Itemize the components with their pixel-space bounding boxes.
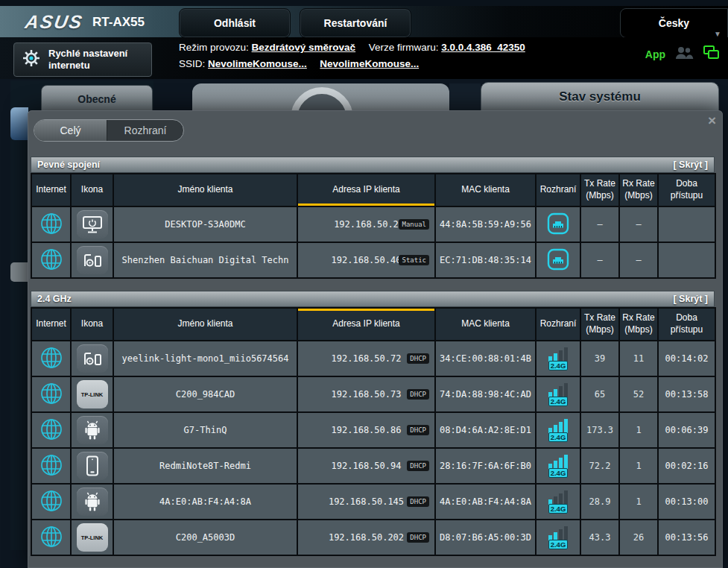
- client-ip-cell: 192.168.50.94DHCP: [297, 448, 435, 484]
- quick-setup-button[interactable]: Rychlé nastavení internetu: [13, 42, 152, 77]
- section-title: 2.4 GHz: [37, 294, 72, 304]
- mode-link[interactable]: Bezdrátový směrovač: [252, 42, 356, 53]
- client-table-section: Pevné spojení [ Skrýt ] InternetIkonaJmé…: [31, 157, 715, 279]
- wifi-signal-icon: 2.4G: [548, 454, 569, 478]
- client-mac-cell: 74:DA:88:98:4C:AD: [435, 376, 536, 412]
- column-header[interactable]: Jméno klienta: [113, 308, 297, 341]
- icon-cell: [71, 206, 113, 242]
- column-header[interactable]: Tx Rate (Mbps): [580, 308, 619, 341]
- client-table-section: 2.4 GHz [ Skrýt ] InternetIkonaJméno kli…: [31, 291, 715, 556]
- column-header[interactable]: Adresa IP klienta: [297, 174, 435, 206]
- client-name-cell: yeelink-light-mono1_miio5674564: [113, 341, 297, 376]
- tx-rate-cell: –: [580, 206, 619, 242]
- app-link[interactable]: App: [645, 48, 665, 60]
- column-header[interactable]: Doba přístupu: [658, 308, 715, 341]
- android-icon[interactable]: [77, 416, 108, 444]
- system-status-header: Stav systému: [481, 82, 719, 113]
- uptime-cell: 00:13:00: [658, 484, 715, 520]
- band-badge: 2.4G: [548, 397, 569, 406]
- tab-interface[interactable]: Rozhraní: [107, 120, 183, 141]
- rx-rate-cell: 1: [619, 412, 658, 448]
- client-ip: 192.168.50.86: [332, 425, 402, 435]
- rx-rate-cell: 1: [619, 484, 658, 520]
- tplink-logo-icon[interactable]: TP-LINK: [77, 380, 108, 408]
- client-mac-cell: EC:71:DB:48:35:14: [435, 242, 536, 278]
- firmware-link[interactable]: 3.0.0.4.386_42350: [441, 42, 525, 53]
- users-icon[interactable]: [674, 45, 694, 63]
- topbar: ASUS RT-AX55 Odhlásit Restartování Česky…: [0, 6, 728, 37]
- globe-icon: [39, 227, 63, 238]
- ip-type-badge: DHCP: [407, 496, 429, 507]
- ssid-link-2[interactable]: NevolimeKomouse...: [320, 58, 419, 69]
- column-header[interactable]: Ikona: [71, 308, 113, 341]
- section-header-bar: Pevné spojení [ Skrýt ]: [31, 157, 715, 173]
- rx-rate-cell: 1: [619, 448, 658, 484]
- quick-setup-label: Rychlé nastavení internetu: [48, 48, 145, 71]
- uptime-cell: 00:13:56: [658, 520, 715, 555]
- column-header[interactable]: Internet: [31, 174, 71, 206]
- ip-type-badge: DHCP: [407, 532, 429, 543]
- camera-icon[interactable]: [77, 246, 108, 274]
- client-ip-cell: 192.168.50.2Manual: [297, 206, 435, 242]
- ip-type-badge: Manual: [399, 219, 429, 230]
- clients-status-icon[interactable]: [703, 45, 721, 64]
- uptime-cell: 00:02:16: [658, 448, 715, 484]
- band-badge: 2.4G: [548, 504, 569, 514]
- column-header[interactable]: MAC klienta: [435, 308, 536, 341]
- router-model: RT-AX55: [92, 15, 145, 30]
- rx-rate-cell: 11: [619, 341, 658, 376]
- internet-cell: [31, 484, 71, 520]
- reboot-button[interactable]: Restartování: [300, 8, 411, 38]
- column-header[interactable]: Rx Rate (Mbps): [619, 174, 658, 206]
- client-list-modal: × Celý Rozhraní Pevné spojení [ Skrýt ] …: [28, 110, 723, 568]
- client-table: InternetIkonaJméno klientaAdresa IP klie…: [31, 173, 716, 279]
- tx-rate-cell: 72.2: [580, 448, 619, 484]
- column-header[interactable]: Doba přístupu: [658, 174, 715, 206]
- phone-icon[interactable]: [77, 452, 108, 480]
- column-header[interactable]: Rozhraní: [536, 174, 580, 206]
- client-mac-cell: 34:CE:00:88:01:4B: [435, 341, 536, 376]
- uptime-cell: 00:13:58: [658, 376, 715, 412]
- sidebar-item-network-map-edge: [10, 107, 28, 140]
- android-icon[interactable]: [77, 487, 108, 516]
- column-header[interactable]: Rozhraní: [536, 308, 580, 341]
- desktop-icon[interactable]: [77, 210, 108, 239]
- client-ip-cell: 192.168.50.73DHCP: [297, 376, 435, 412]
- column-header[interactable]: Internet: [31, 308, 71, 341]
- ip-type-badge: DHCP: [407, 425, 429, 435]
- column-header[interactable]: Ikona: [71, 174, 113, 206]
- column-header[interactable]: Tx Rate (Mbps): [580, 174, 619, 206]
- tab-all[interactable]: Celý: [34, 120, 107, 141]
- column-header[interactable]: Rx Rate (Mbps): [619, 308, 658, 341]
- ethernet-icon: [546, 227, 570, 238]
- ssid-link-1[interactable]: NevolimeKomouse...: [208, 58, 307, 69]
- client-row: TP-LINKC200_984CAD192.168.50.73DHCP74:DA…: [31, 376, 715, 412]
- band-badge: 2.4G: [548, 468, 569, 478]
- band-badge: 2.4G: [548, 432, 569, 442]
- icon-cell: [71, 242, 113, 278]
- close-icon[interactable]: ×: [708, 113, 716, 129]
- client-mac-cell: 4A:E0:AB:F4:A4:8A: [435, 484, 536, 520]
- section-hide-link[interactable]: [ Skrýt ]: [673, 294, 708, 304]
- logout-button[interactable]: Odhlásit: [179, 8, 291, 38]
- client-name-cell: Shenzhen Baichuan Digital Techn: [113, 242, 297, 278]
- camera-icon[interactable]: [77, 344, 108, 373]
- globe-icon: [39, 362, 63, 372]
- client-row: DESKTOP-S3A0DMC192.168.50.2Manual44:8A:5…: [31, 206, 715, 242]
- language-select[interactable]: Česky ▼: [620, 8, 728, 38]
- rx-rate-cell: –: [619, 242, 658, 278]
- client-name-cell: 4A:E0:AB:F4:A4:8A: [113, 484, 297, 520]
- column-header[interactable]: Jméno klienta: [113, 174, 297, 206]
- ethernet-icon: [546, 263, 570, 274]
- uptime-cell: [658, 206, 715, 242]
- column-header[interactable]: Adresa IP klienta: [297, 308, 435, 341]
- icon-cell: TP-LINK: [71, 520, 113, 555]
- band-badge: 2.4G: [548, 361, 569, 370]
- section-hide-link[interactable]: [ Skrýt ]: [673, 160, 708, 170]
- tplink-logo-icon[interactable]: TP-LINK: [77, 523, 108, 552]
- client-row: yeelink-light-mono1_miio5674564192.168.5…: [31, 341, 715, 376]
- language-value: Česky: [659, 17, 689, 29]
- header-row: InternetIkonaJméno klientaAdresa IP klie…: [31, 308, 715, 341]
- column-header[interactable]: MAC klienta: [435, 174, 536, 206]
- client-ip: 192.168.50.145: [329, 496, 404, 507]
